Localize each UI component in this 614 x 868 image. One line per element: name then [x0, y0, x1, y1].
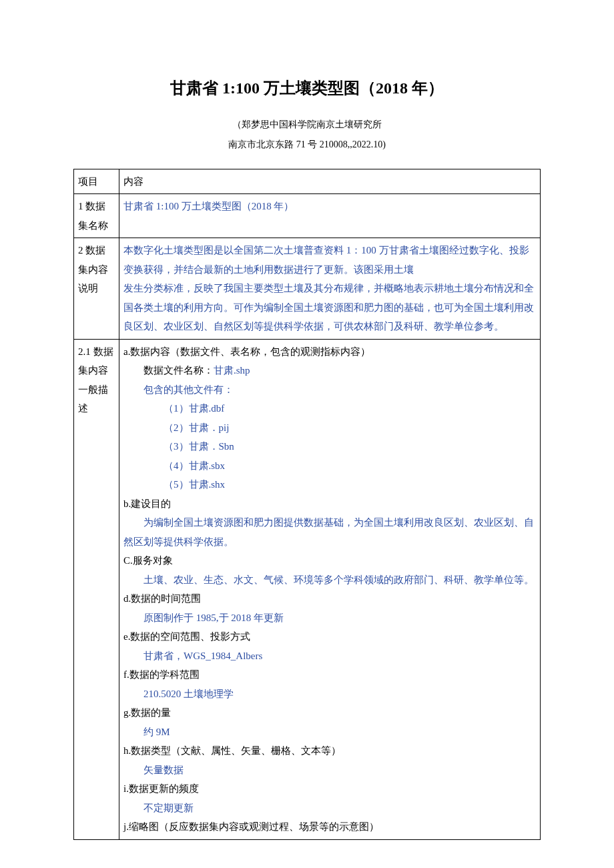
section-e-body: 甘肃省，WGS_1984_Albers — [123, 646, 536, 666]
header-content: 内容 — [119, 169, 541, 194]
section-i-head: i.数据更新的频度 — [123, 779, 536, 799]
row1-label: 1 数据集名称 — [74, 194, 119, 238]
metadata-table: 项目 内容 1 数据集名称 甘肃省 1:100 万土壤类型图（2018 年） 2… — [73, 169, 541, 840]
section-b-body: 为编制全国土壤资源图和肥力图提供数据基础，为全国土壤利用改良区划、农业区划、自然… — [123, 513, 536, 551]
section-e-head: e.数据的空间范围、投影方式 — [123, 627, 536, 646]
author-line: （郑梦思中国科学院南京土壤研究所 — [73, 116, 541, 134]
row1-content: 甘肃省 1:100 万土壤类型图（2018 年） — [119, 194, 541, 238]
dataset-name: 甘肃省 1:100 万土壤类型图（2018 年） — [123, 201, 294, 211]
section-c-head: C.服务对象 — [123, 551, 536, 570]
section-b-head: b.建设目的 — [123, 494, 536, 514]
section-d-body: 原图制作于 1985,于 2018 年更新 — [123, 608, 536, 628]
row2-p2: 发生分类标准，反映了我国主要类型土壤及其分布规律，并概略地表示耕地土壤分布情况和… — [123, 283, 534, 332]
page-title: 甘肃省 1:100 万土壤类型图（2018 年） — [73, 73, 541, 104]
row2-p1: 本数字化土壤类型图是以全国第二次土壤普查资料 1：100 万甘肃省土壤图经过数字… — [123, 245, 529, 275]
header-project: 项目 — [74, 169, 119, 194]
section-g-body: 约 9M — [123, 723, 536, 742]
data-file-line: 数据文件名称：甘肃.shp — [123, 361, 536, 380]
section-h-body: 矢量数据 — [123, 761, 536, 780]
section-g-head: g.数据的量 — [123, 703, 536, 723]
other-files-label: 包含的其他文件有： — [123, 380, 536, 400]
row2-content: 本数字化土壤类型图是以全国第二次土壤普查资料 1：100 万甘肃省土壤图经过数字… — [119, 238, 541, 340]
row3-label: 2.1 数据集内容一般描述 — [74, 339, 119, 839]
section-a-head: a.数据内容（数据文件、表名称，包含的观测指标内容） — [123, 342, 536, 362]
section-c-body: 土壤、农业、生态、水文、气候、环境等多个学科领域的政府部门、科研、教学单位等。 — [123, 570, 536, 590]
section-i-body: 不定期更新 — [123, 799, 536, 818]
file-item: （5）甘肃.shx — [123, 475, 536, 494]
data-file-name: 甘肃.shp — [214, 365, 250, 376]
row3-content: a.数据内容（数据文件、表名称，包含的观测指标内容） 数据文件名称：甘肃.shp… — [119, 339, 541, 839]
table-row: 2.1 数据集内容一般描述 a.数据内容（数据文件、表名称，包含的观测指标内容）… — [74, 339, 541, 839]
row2-label: 2 数据集内容说明 — [74, 238, 119, 340]
file-item: （3）甘肃．Sbn — [123, 437, 536, 456]
table-row: 1 数据集名称 甘肃省 1:100 万土壤类型图（2018 年） — [74, 194, 541, 238]
section-f-body: 210.5020 土壤地理学 — [123, 685, 536, 704]
data-file-label: 数据文件名称： — [143, 365, 214, 376]
table-row: 2 数据集内容说明 本数字化土壤类型图是以全国第二次土壤普查资料 1：100 万… — [74, 238, 541, 340]
section-j-head: j.缩略图（反应数据集内容或观测过程、场景等的示意图） — [123, 817, 536, 837]
file-item: （2）甘肃．pij — [123, 418, 536, 438]
section-d-head: d.数据的时间范围 — [123, 589, 536, 608]
files-list: （1）甘肃.dbf （2）甘肃．pij （3）甘肃．Sbn （4）甘肃.sbx … — [123, 399, 536, 494]
address-line: 南京市北京东路 71 号 210008,,2022.10) — [73, 136, 541, 154]
table-header-row: 项目 内容 — [74, 169, 541, 194]
section-h-head: h.数据类型（文献、属性、矢量、栅格、文本等） — [123, 741, 536, 761]
file-item: （4）甘肃.sbx — [123, 456, 536, 476]
section-f-head: f.数据的学科范围 — [123, 665, 536, 685]
file-item: （1）甘肃.dbf — [123, 399, 536, 418]
